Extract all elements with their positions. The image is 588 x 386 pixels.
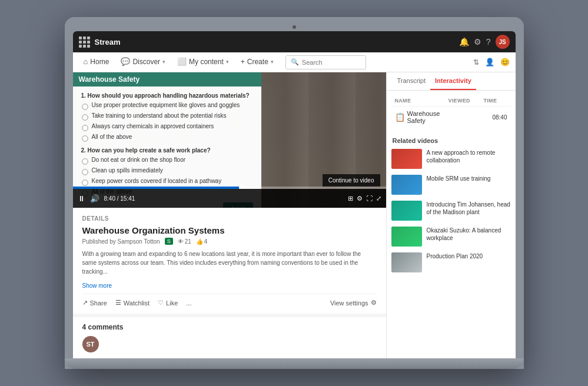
related-thumb-4 bbox=[391, 227, 422, 247]
share-icon: ↗ bbox=[82, 299, 88, 307]
thumb-icon: 👍 bbox=[196, 238, 203, 245]
related-title-4: Okazaki Suzuko: A balanced workplace bbox=[427, 227, 511, 242]
nav-right-icons: ⇅ 👤 😊 bbox=[473, 58, 510, 66]
related-video-3[interactable]: Introducing Tim Johansen, head of the Ma… bbox=[391, 201, 511, 221]
related-title-2: Mobile SRM use training bbox=[427, 175, 491, 182]
publisher-text: Published by Sampson Totton bbox=[82, 238, 160, 245]
publisher-badge: S bbox=[165, 238, 173, 245]
transcript-table-header: NAME VIEWED TIME bbox=[391, 95, 511, 106]
related-videos-label: Related videos bbox=[391, 137, 511, 144]
quiz-option-1-4[interactable]: All of the above bbox=[81, 134, 253, 142]
volume-button[interactable]: 🔊 bbox=[90, 194, 99, 203]
continue-video-button[interactable]: Continue to video bbox=[323, 174, 380, 187]
transcript-item-time: 08:40 bbox=[484, 114, 507, 121]
nav-discover[interactable]: 💬 Discover ▾ bbox=[116, 52, 170, 72]
quiz-option-2-1[interactable]: Do not eat or drink on the shop floor bbox=[81, 157, 253, 165]
quiz-option-1-2[interactable]: Take training to understand about the po… bbox=[81, 112, 253, 121]
show-more-button[interactable]: Show more bbox=[82, 282, 112, 289]
video-meta: Published by Sampson Totton S 👁 21 👍 4 bbox=[82, 238, 377, 245]
create-chevron-icon: ▾ bbox=[271, 59, 274, 65]
top-navigation-bar: Stream 🔔 ⚙ ? JS bbox=[73, 31, 516, 52]
share-button[interactable]: ↗ Share bbox=[82, 299, 107, 307]
more-button[interactable]: ... bbox=[186, 300, 191, 307]
app-grid-icon[interactable] bbox=[79, 36, 90, 48]
search-bar[interactable]: 🔍 bbox=[285, 55, 366, 69]
bell-icon[interactable]: 🔔 bbox=[459, 37, 469, 46]
app-title: Stream bbox=[95, 38, 454, 46]
right-panel: Transcript Interactivity NAME VIEWED TIM… bbox=[386, 72, 516, 358]
tab-interactivity[interactable]: Interactivity bbox=[430, 72, 476, 90]
nav-create[interactable]: + Create ▾ bbox=[236, 52, 278, 72]
content-icon: ⬜ bbox=[177, 57, 187, 66]
view-settings-icon: ⚙ bbox=[371, 299, 377, 307]
settings-icon[interactable]: ⚙ bbox=[474, 37, 481, 46]
related-title-3: Introducing Tim Johansen, head of the Ma… bbox=[427, 201, 511, 216]
caption-icon[interactable]: ⊞ bbox=[348, 195, 353, 202]
view-settings-button[interactable]: View settings ⚙ bbox=[330, 299, 377, 307]
related-title-1: A new approach to remote collaboration bbox=[427, 149, 511, 164]
nav-home[interactable]: ⌂ Home bbox=[79, 52, 114, 72]
related-video-1[interactable]: A new approach to remote collaboration bbox=[391, 149, 511, 169]
quiz-option-2-2[interactable]: Clean up spills immediately bbox=[81, 167, 253, 176]
quiz-option-1-3[interactable]: Always carry chemicals in approved conta… bbox=[81, 123, 253, 132]
mycontent-chevron-icon: ▾ bbox=[226, 59, 229, 65]
person-icon[interactable]: 👤 bbox=[485, 58, 494, 66]
comments-section: 4 comments ST bbox=[73, 317, 386, 358]
quiz-option-2-3[interactable]: Keep power cords covered if located in a… bbox=[81, 178, 253, 187]
video-player: Warehouse Safety 1. How should you appro… bbox=[73, 72, 386, 208]
video-description: With a growing team and expanding to 6 n… bbox=[82, 249, 377, 276]
quiz-option-1-1[interactable]: Use proper protective equipment like glo… bbox=[81, 102, 253, 111]
video-controls: ⏸ 🔊 8:40 / 15:41 ⊞ ⚙ ⛶ ⤢ bbox=[73, 189, 386, 208]
related-thumb-5 bbox=[391, 252, 422, 272]
like-button[interactable]: ♡ Like bbox=[158, 299, 178, 307]
video-title: Warehouse Organization Systems bbox=[82, 225, 377, 235]
related-thumb-1 bbox=[391, 149, 422, 169]
watchlist-button[interactable]: ☰ Watchlist bbox=[115, 299, 150, 307]
main-content-area: Warehouse Safety 1. How should you appro… bbox=[73, 72, 516, 358]
home-icon: ⌂ bbox=[84, 57, 88, 66]
transcript-item-name: 📋 Warehouse Safety bbox=[395, 110, 449, 124]
right-controls: ⊞ ⚙ ⛶ ⤢ bbox=[348, 195, 381, 202]
quiz-title: Warehouse Safety bbox=[73, 72, 261, 86]
quiz-question-1: 1. How should you approach handling haza… bbox=[81, 92, 253, 99]
form-icon: 📋 bbox=[395, 112, 405, 122]
left-panel: Warehouse Safety 1. How should you appro… bbox=[73, 72, 386, 358]
transcript-content: NAME VIEWED TIME 📋 Warehouse Safety 08:4… bbox=[387, 91, 516, 132]
discover-chevron-icon: ▾ bbox=[162, 59, 165, 65]
video-actions: ↗ Share ☰ Watchlist ♡ Like ... bbox=[82, 294, 377, 307]
transcript-tabs: Transcript Interactivity bbox=[387, 72, 516, 91]
related-title-5: Production Plan 2020 bbox=[427, 252, 483, 260]
details-label: Details bbox=[82, 215, 377, 222]
settings-video-icon[interactable]: ⚙ bbox=[357, 195, 363, 202]
nav-my-content[interactable]: ⬜ My content ▾ bbox=[172, 52, 234, 72]
search-input[interactable] bbox=[302, 59, 361, 66]
comment-avatar: ST bbox=[82, 336, 99, 352]
details-section: Details Warehouse Organization Systems P… bbox=[73, 208, 386, 314]
related-video-4[interactable]: Okazaki Suzuko: A balanced workplace bbox=[391, 227, 511, 247]
transcript-row[interactable]: 📋 Warehouse Safety 08:40 bbox=[391, 106, 511, 128]
related-video-5[interactable]: Production Plan 2020 bbox=[391, 252, 511, 272]
laptop-base bbox=[65, 358, 524, 369]
help-icon[interactable]: ? bbox=[486, 37, 491, 46]
search-icon: 🔍 bbox=[291, 58, 299, 66]
fullscreen-icon[interactable]: ⛶ bbox=[366, 195, 373, 202]
filter-icon[interactable]: ⇅ bbox=[473, 58, 479, 66]
related-video-2[interactable]: Mobile SRM use training bbox=[391, 175, 511, 195]
expand-icon[interactable]: ⤢ bbox=[376, 195, 381, 202]
time-display: 8:40 / 15:41 bbox=[104, 195, 343, 202]
user-avatar[interactable]: JS bbox=[496, 35, 510, 49]
quiz-question-2: 2. How can you help create a safe work p… bbox=[81, 147, 253, 154]
related-thumb-3 bbox=[391, 201, 422, 221]
related-videos-section: Related videos A new approach to remote … bbox=[387, 132, 516, 283]
watchlist-icon: ☰ bbox=[115, 299, 121, 307]
emoji-icon[interactable]: 😊 bbox=[500, 58, 510, 66]
discover-icon: 💬 bbox=[121, 57, 130, 66]
tab-transcript[interactable]: Transcript bbox=[393, 72, 431, 90]
top-icon-group: 🔔 ⚙ ? JS bbox=[459, 35, 510, 49]
like-count: 👍 4 bbox=[196, 238, 208, 245]
like-icon: ♡ bbox=[158, 299, 164, 307]
comments-count: 4 comments bbox=[82, 323, 377, 331]
play-pause-button[interactable]: ⏸ bbox=[78, 194, 85, 203]
eye-icon: 👁 bbox=[178, 238, 184, 245]
view-count: 👁 21 bbox=[178, 238, 191, 245]
